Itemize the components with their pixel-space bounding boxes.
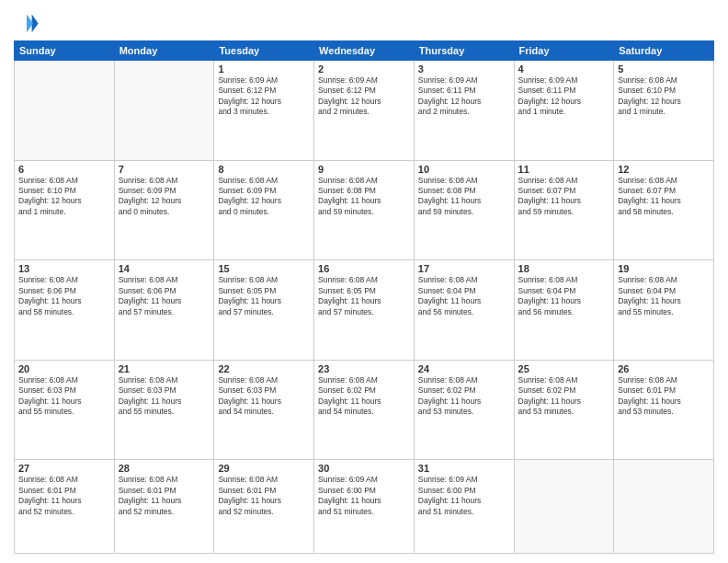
day-detail: Sunrise: 6:09 AM Sunset: 6:00 PM Dayligh… <box>418 475 510 517</box>
day-number: 9 <box>318 164 410 175</box>
day-number: 18 <box>518 263 610 274</box>
logo-icon <box>14 9 40 35</box>
calendar-cell: 12Sunrise: 6:08 AM Sunset: 6:07 PM Dayli… <box>614 160 714 260</box>
weekday-header-wednesday: Wednesday <box>314 41 415 61</box>
day-detail: Sunrise: 6:08 AM Sunset: 6:05 PM Dayligh… <box>318 275 410 317</box>
calendar-cell: 10Sunrise: 6:08 AM Sunset: 6:08 PM Dayli… <box>414 160 514 260</box>
calendar-cell: 30Sunrise: 6:09 AM Sunset: 6:00 PM Dayli… <box>314 460 415 554</box>
calendar-cell: 9Sunrise: 6:08 AM Sunset: 6:08 PM Daylig… <box>314 160 415 260</box>
calendar-cell: 21Sunrise: 6:08 AM Sunset: 6:03 PM Dayli… <box>114 360 214 460</box>
day-number: 16 <box>318 263 410 274</box>
day-detail: Sunrise: 6:08 AM Sunset: 6:02 PM Dayligh… <box>518 375 610 418</box>
day-number: 31 <box>418 463 510 474</box>
weekday-header-sunday: Sunday <box>15 41 115 61</box>
day-detail: Sunrise: 6:08 AM Sunset: 6:03 PM Dayligh… <box>218 375 310 418</box>
day-number: 2 <box>318 63 410 75</box>
calendar-week-row: 13Sunrise: 6:08 AM Sunset: 6:06 PM Dayli… <box>15 260 714 361</box>
day-number: 13 <box>18 263 110 274</box>
calendar-cell: 4Sunrise: 6:09 AM Sunset: 6:11 PM Daylig… <box>514 61 614 161</box>
day-number: 22 <box>218 363 310 374</box>
day-number: 6 <box>18 164 110 175</box>
calendar-cell: 13Sunrise: 6:08 AM Sunset: 6:06 PM Dayli… <box>15 260 115 361</box>
calendar-cell: 3Sunrise: 6:09 AM Sunset: 6:11 PM Daylig… <box>414 61 514 161</box>
day-detail: Sunrise: 6:08 AM Sunset: 6:01 PM Dayligh… <box>218 475 310 517</box>
calendar-cell <box>514 460 614 554</box>
day-number: 26 <box>618 363 710 374</box>
day-detail: Sunrise: 6:08 AM Sunset: 6:03 PM Dayligh… <box>18 375 110 418</box>
day-number: 10 <box>418 164 510 175</box>
calendar-cell: 26Sunrise: 6:08 AM Sunset: 6:01 PM Dayli… <box>614 360 714 460</box>
day-number: 28 <box>119 463 210 474</box>
day-number: 20 <box>18 363 110 374</box>
day-detail: Sunrise: 6:08 AM Sunset: 6:01 PM Dayligh… <box>18 475 110 517</box>
calendar-cell <box>114 61 214 161</box>
day-number: 30 <box>318 463 410 474</box>
day-detail: Sunrise: 6:08 AM Sunset: 6:06 PM Dayligh… <box>119 275 210 317</box>
day-detail: Sunrise: 6:08 AM Sunset: 6:04 PM Dayligh… <box>418 275 510 317</box>
calendar-cell: 22Sunrise: 6:08 AM Sunset: 6:03 PM Dayli… <box>214 360 314 460</box>
day-detail: Sunrise: 6:08 AM Sunset: 6:01 PM Dayligh… <box>119 475 210 517</box>
day-number: 19 <box>618 263 710 274</box>
calendar-cell: 28Sunrise: 6:08 AM Sunset: 6:01 PM Dayli… <box>114 460 214 554</box>
day-detail: Sunrise: 6:08 AM Sunset: 6:10 PM Dayligh… <box>618 75 710 118</box>
day-detail: Sunrise: 6:08 AM Sunset: 6:02 PM Dayligh… <box>418 375 510 418</box>
calendar-cell: 2Sunrise: 6:09 AM Sunset: 6:12 PM Daylig… <box>314 61 415 161</box>
weekday-header-friday: Friday <box>514 41 614 61</box>
day-detail: Sunrise: 6:08 AM Sunset: 6:08 PM Dayligh… <box>318 176 410 218</box>
day-detail: Sunrise: 6:08 AM Sunset: 6:03 PM Dayligh… <box>119 375 210 418</box>
calendar-cell: 16Sunrise: 6:08 AM Sunset: 6:05 PM Dayli… <box>314 260 415 361</box>
weekday-header-row: SundayMondayTuesdayWednesdayThursdayFrid… <box>15 41 714 61</box>
day-detail: Sunrise: 6:08 AM Sunset: 6:04 PM Dayligh… <box>518 275 610 317</box>
calendar-cell <box>15 61 115 161</box>
logo <box>14 9 43 35</box>
day-number: 8 <box>218 164 310 175</box>
day-detail: Sunrise: 6:08 AM Sunset: 6:05 PM Dayligh… <box>218 275 310 317</box>
calendar-cell: 1Sunrise: 6:09 AM Sunset: 6:12 PM Daylig… <box>214 61 314 161</box>
day-number: 17 <box>418 263 510 274</box>
calendar-week-row: 20Sunrise: 6:08 AM Sunset: 6:03 PM Dayli… <box>15 360 714 460</box>
page: SundayMondayTuesdayWednesdayThursdayFrid… <box>0 0 728 563</box>
day-number: 15 <box>218 263 310 274</box>
calendar-week-row: 6Sunrise: 6:08 AM Sunset: 6:10 PM Daylig… <box>15 160 714 260</box>
day-detail: Sunrise: 6:08 AM Sunset: 6:01 PM Dayligh… <box>618 375 710 418</box>
day-number: 4 <box>518 63 610 75</box>
calendar-cell: 5Sunrise: 6:08 AM Sunset: 6:10 PM Daylig… <box>614 61 714 161</box>
calendar-cell: 29Sunrise: 6:08 AM Sunset: 6:01 PM Dayli… <box>214 460 314 554</box>
weekday-header-monday: Monday <box>114 41 214 61</box>
day-number: 27 <box>18 463 110 474</box>
day-number: 25 <box>518 363 610 374</box>
weekday-header-tuesday: Tuesday <box>214 41 314 61</box>
calendar-table: SundayMondayTuesdayWednesdayThursdayFrid… <box>14 40 714 554</box>
day-number: 14 <box>119 263 210 274</box>
day-detail: Sunrise: 6:09 AM Sunset: 6:12 PM Dayligh… <box>218 75 310 118</box>
day-number: 7 <box>119 164 210 175</box>
day-number: 29 <box>218 463 310 474</box>
calendar-cell: 24Sunrise: 6:08 AM Sunset: 6:02 PM Dayli… <box>414 360 514 460</box>
calendar-cell: 31Sunrise: 6:09 AM Sunset: 6:00 PM Dayli… <box>414 460 514 554</box>
weekday-header-saturday: Saturday <box>614 41 714 61</box>
day-detail: Sunrise: 6:09 AM Sunset: 6:11 PM Dayligh… <box>518 75 610 118</box>
day-number: 23 <box>318 363 410 374</box>
day-number: 3 <box>418 63 510 75</box>
calendar-week-row: 27Sunrise: 6:08 AM Sunset: 6:01 PM Dayli… <box>15 460 714 554</box>
calendar-week-row: 1Sunrise: 6:09 AM Sunset: 6:12 PM Daylig… <box>15 61 714 161</box>
day-detail: Sunrise: 6:08 AM Sunset: 6:09 PM Dayligh… <box>218 176 310 218</box>
day-detail: Sunrise: 6:08 AM Sunset: 6:06 PM Dayligh… <box>18 275 110 317</box>
calendar-cell: 11Sunrise: 6:08 AM Sunset: 6:07 PM Dayli… <box>514 160 614 260</box>
day-detail: Sunrise: 6:08 AM Sunset: 6:07 PM Dayligh… <box>618 176 710 218</box>
calendar-cell: 23Sunrise: 6:08 AM Sunset: 6:02 PM Dayli… <box>314 360 415 460</box>
calendar-cell: 27Sunrise: 6:08 AM Sunset: 6:01 PM Dayli… <box>15 460 115 554</box>
header <box>14 9 714 35</box>
day-detail: Sunrise: 6:08 AM Sunset: 6:09 PM Dayligh… <box>119 176 210 218</box>
day-number: 21 <box>119 363 210 374</box>
calendar-cell: 8Sunrise: 6:08 AM Sunset: 6:09 PM Daylig… <box>214 160 314 260</box>
day-number: 1 <box>218 63 310 75</box>
calendar-cell: 15Sunrise: 6:08 AM Sunset: 6:05 PM Dayli… <box>214 260 314 361</box>
calendar-cell: 25Sunrise: 6:08 AM Sunset: 6:02 PM Dayli… <box>514 360 614 460</box>
calendar-cell: 19Sunrise: 6:08 AM Sunset: 6:04 PM Dayli… <box>614 260 714 361</box>
calendar-cell: 14Sunrise: 6:08 AM Sunset: 6:06 PM Dayli… <box>114 260 214 361</box>
day-number: 11 <box>518 164 610 175</box>
day-detail: Sunrise: 6:08 AM Sunset: 6:02 PM Dayligh… <box>318 375 410 418</box>
calendar-cell: 7Sunrise: 6:08 AM Sunset: 6:09 PM Daylig… <box>114 160 214 260</box>
calendar-cell: 6Sunrise: 6:08 AM Sunset: 6:10 PM Daylig… <box>15 160 115 260</box>
